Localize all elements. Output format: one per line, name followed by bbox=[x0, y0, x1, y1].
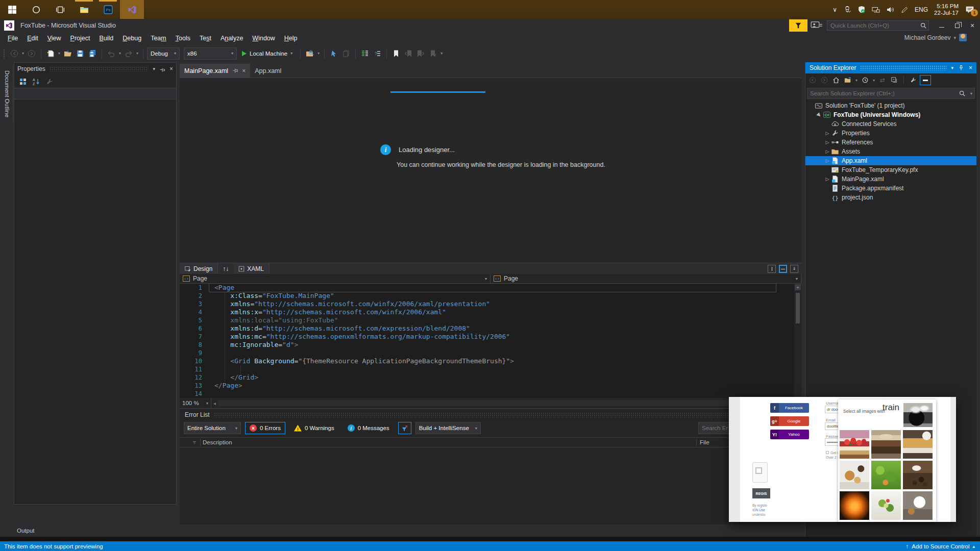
usb-device-icon[interactable] bbox=[843, 6, 851, 14]
zoom-combo[interactable]: 100 %▾ bbox=[180, 398, 211, 408]
column-description[interactable]: Description bbox=[203, 439, 232, 445]
menu-view[interactable]: View bbox=[43, 33, 66, 43]
pending-changes-dropdown[interactable]: ▾ bbox=[872, 78, 876, 83]
menu-project[interactable]: Project bbox=[66, 33, 95, 43]
vertical-split-button[interactable] bbox=[768, 265, 776, 273]
panel-menu-chevron[interactable]: ▾ bbox=[153, 66, 155, 71]
pin-icon[interactable] bbox=[159, 66, 165, 72]
search-options-chevron[interactable]: ▾ bbox=[970, 91, 972, 96]
undo-button[interactable] bbox=[106, 47, 117, 60]
volume-icon[interactable] bbox=[886, 6, 894, 14]
browser-preview-window[interactable]: fFacebookg+GoogleY!Yahoo Userna Email Pa… bbox=[729, 397, 956, 522]
visual-studio-button[interactable] bbox=[120, 0, 144, 19]
new-project-dropdown[interactable]: ▾ bbox=[57, 51, 61, 56]
error-filter-button[interactable] bbox=[398, 422, 411, 434]
code-line-4[interactable]: 4 xmlns:x="http://schemas.microsoft.com/… bbox=[180, 308, 801, 316]
properties-button[interactable] bbox=[908, 75, 918, 85]
tree-item-references[interactable]: ▷References bbox=[805, 138, 976, 147]
hidden-icons-chevron[interactable]: ∨ bbox=[832, 6, 837, 13]
menu-help[interactable]: Help bbox=[280, 33, 302, 43]
close-icon[interactable]: × bbox=[969, 64, 972, 71]
yahoo-login-button[interactable]: Y!Yahoo bbox=[770, 430, 809, 439]
captcha-image-strawberry-cake[interactable] bbox=[840, 430, 869, 459]
undo-dropdown[interactable]: ▾ bbox=[118, 51, 122, 56]
close-button[interactable]: × bbox=[965, 19, 980, 32]
switch-views-button[interactable] bbox=[843, 75, 853, 85]
platform-combo[interactable]: x86▾ bbox=[184, 47, 237, 60]
captcha-image-breakfast-plate[interactable] bbox=[840, 461, 869, 489]
doc-tab-app.xaml[interactable]: App.xaml bbox=[250, 64, 286, 78]
code-line-11[interactable]: 11 bbox=[180, 365, 801, 373]
tree-item-foxtube-temporarykey-pfx[interactable]: FoxTube_TemporaryKey.pfx bbox=[805, 165, 976, 174]
output-tab[interactable]: Output bbox=[17, 528, 35, 534]
errors-filter-button[interactable]: ×0 Errors bbox=[245, 422, 285, 434]
alphabetical-sort-button[interactable]: AZ bbox=[31, 76, 42, 88]
clear-bookmarks-button[interactable] bbox=[427, 47, 438, 60]
horizontal-scrollbar[interactable] bbox=[218, 400, 793, 406]
next-bookmark-button[interactable] bbox=[415, 47, 426, 60]
action-center-button[interactable]: 1 bbox=[965, 5, 975, 14]
code-line-10[interactable]: 10 <Grid Background="{ThemeResource Appl… bbox=[180, 357, 801, 365]
redo-button[interactable] bbox=[123, 47, 134, 60]
doc-tab-mainpage.xaml[interactable]: MainPage.xaml× bbox=[180, 64, 250, 78]
error-source-combo[interactable]: Build + IntelliSense▾ bbox=[415, 422, 481, 434]
panel-menu-chevron[interactable]: ▾ bbox=[951, 65, 953, 70]
tree-item-package-appxmanifest[interactable]: Package.appxmanifest bbox=[805, 184, 976, 193]
close-icon[interactable]: × bbox=[242, 67, 246, 74]
code-line-8[interactable]: 8 mc:Ignorable="d"> bbox=[180, 341, 801, 349]
selection-tool-button[interactable] bbox=[328, 47, 339, 60]
pin-icon[interactable] bbox=[232, 67, 238, 74]
error-scope-combo[interactable]: Entire Solution▾ bbox=[184, 422, 241, 434]
close-icon[interactable]: × bbox=[169, 65, 173, 72]
defender-icon[interactable] bbox=[857, 6, 866, 14]
save-button[interactable] bbox=[75, 47, 86, 60]
code-line-9[interactable]: 9 bbox=[180, 349, 801, 357]
captcha-image-coffee-cup-cookie[interactable] bbox=[903, 491, 933, 520]
quick-launch-input[interactable] bbox=[827, 20, 929, 31]
toggle-bookmark-button[interactable] bbox=[390, 47, 402, 60]
navigate-back-dropdown[interactable]: ▾ bbox=[21, 51, 25, 56]
warnings-filter-button[interactable]: !0 Warnings bbox=[289, 422, 339, 434]
code-line-1[interactable]: 1<Page bbox=[180, 284, 801, 292]
breadcrumb-right[interactable]: ‹› Page ▾ bbox=[491, 274, 801, 283]
code-line-13[interactable]: 13</Page> bbox=[180, 382, 801, 390]
vertical-scrollbar[interactable]: + bbox=[794, 284, 801, 398]
forward-button[interactable] bbox=[819, 75, 829, 85]
menu-tools[interactable]: Tools bbox=[171, 33, 195, 43]
captcha-image-coffee-beans[interactable] bbox=[903, 461, 933, 489]
tab-xaml[interactable]: XAML bbox=[233, 263, 270, 274]
captcha-image-chocolate-dessert[interactable] bbox=[871, 430, 901, 459]
task-view-button[interactable] bbox=[48, 0, 72, 19]
property-pages-button[interactable] bbox=[44, 76, 55, 88]
code-line-7[interactable]: 7 xmlns:mc="http://schemas.openxmlformat… bbox=[180, 333, 801, 341]
navigate-forward-button[interactable] bbox=[26, 47, 37, 60]
find-in-files-button[interactable] bbox=[304, 47, 315, 60]
tree-item-connected-services[interactable]: Connected Services bbox=[805, 119, 976, 129]
captcha-image-pancakes-coffee[interactable] bbox=[903, 430, 933, 459]
menu-edit[interactable]: Edit bbox=[22, 33, 43, 43]
facebook-login-button[interactable]: fFacebook bbox=[770, 403, 809, 413]
pin-icon[interactable] bbox=[958, 65, 964, 71]
google-login-button[interactable]: g+Google bbox=[770, 416, 809, 426]
user-signin[interactable]: Michael Gordeev ▾ bbox=[904, 34, 967, 41]
menu-build[interactable]: Build bbox=[95, 33, 118, 43]
navigate-back-button[interactable] bbox=[9, 47, 20, 60]
add-to-source-control-button[interactable]: ↑ Add to Source Control ▴ bbox=[906, 543, 975, 549]
code-line-6[interactable]: 6 xmlns:d="http://schemas.microsoft.com/… bbox=[180, 324, 801, 333]
tree-item-app-xaml[interactable]: ▷‹›App.xaml bbox=[805, 156, 976, 165]
hscroll-left-arrow[interactable]: ◂ bbox=[211, 400, 218, 406]
sync-active-document-button[interactable]: ⇄ bbox=[877, 75, 888, 85]
prev-bookmark-button[interactable] bbox=[403, 47, 414, 60]
toolbar-overflow-dropdown[interactable]: ▾ bbox=[439, 51, 444, 56]
network-icon[interactable] bbox=[872, 6, 880, 14]
menu-team[interactable]: Team bbox=[146, 33, 171, 43]
intellisense-comment-button[interactable]: ? bbox=[372, 47, 383, 60]
pending-changes-filter-button[interactable] bbox=[860, 75, 870, 85]
legal-link[interactable]: IGN Use bbox=[752, 508, 765, 512]
tree-item-assets[interactable]: ▷Assets bbox=[805, 147, 976, 156]
code-line-14[interactable]: 14 bbox=[180, 390, 801, 398]
language-indicator[interactable]: ENG bbox=[915, 6, 928, 13]
recaptcha-checkbox[interactable] bbox=[755, 467, 762, 474]
splitter-grip[interactable]: + bbox=[795, 284, 801, 290]
solution-explorer-search-input[interactable] bbox=[807, 88, 975, 99]
